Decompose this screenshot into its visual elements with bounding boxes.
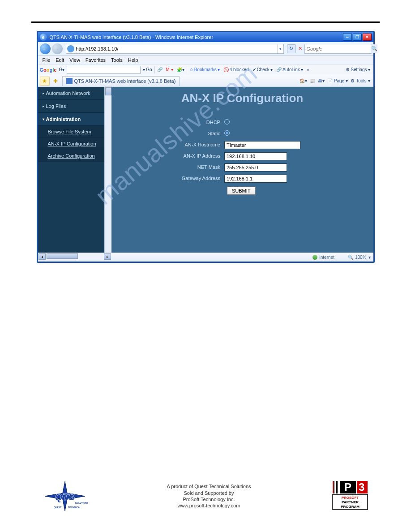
close-button[interactable]: ✕ — [363, 34, 372, 41]
google-search-input[interactable] — [67, 66, 141, 74]
scroll-right-button[interactable]: ▸ — [104, 253, 111, 260]
google-link-icon[interactable]: 🔗 — [156, 66, 164, 74]
google-tool-icon[interactable]: 🧩▾ — [176, 66, 186, 74]
google-g-dropdown[interactable]: G▾ — [57, 66, 66, 74]
gmail-icon[interactable]: M ▾ — [165, 66, 175, 74]
internet-zone-icon — [313, 255, 317, 260]
footer-text-block: A product of Quest Technical Solutions S… — [167, 483, 251, 509]
sidebar-hscrollbar[interactable]: ◂ ▸ — [38, 253, 111, 260]
horizontal-rule — [31, 21, 380, 23]
google-toolbar: Google G▾ ▾ Go 🔗 M ▾ 🧩▾ ☆ Bookmarks▾ 🚫 4… — [38, 64, 373, 75]
menu-edit[interactable]: Edit — [53, 56, 67, 64]
static-label: Static: — [162, 131, 224, 136]
search-icon[interactable]: 🔍 — [371, 44, 377, 53]
ip-input[interactable] — [224, 152, 287, 160]
scroll-left-button[interactable]: ◂ — [39, 253, 46, 260]
feed-button[interactable]: 📰 — [308, 77, 317, 86]
dhcp-radio[interactable] — [224, 119, 230, 124]
chevron-down-icon: ▾ — [368, 255, 371, 260]
stop-button[interactable]: ✕ — [297, 46, 303, 51]
svg-rect-6 — [336, 481, 338, 493]
mask-label: NET Mask: — [162, 164, 224, 170]
hostname-input[interactable] — [224, 141, 300, 149]
scroll-up-button[interactable] — [105, 87, 111, 95]
main-panel: AN-X IP Configuration DHCP: Static: AN-X… — [111, 87, 373, 253]
home-button[interactable]: 🏠▾ — [298, 77, 308, 86]
page-menu[interactable]: 📄 Page ▾ — [326, 77, 349, 86]
google-go-button[interactable]: ▾ Go — [141, 66, 153, 74]
p3-logo-block: P 3 PROSOFT PARTNER PROGRAM — [328, 478, 371, 514]
url-input[interactable] — [75, 46, 277, 51]
tools-menu[interactable]: ⚙ Tools ▾ — [349, 77, 371, 86]
left-sidebar: ▸Automation Network ▸Log Files ▾Administ… — [38, 87, 104, 253]
sidebar-sub-browsefs[interactable]: Browse File System — [38, 126, 104, 138]
sidebar-sub-ipconfig[interactable]: AN-X IP Configuration — [38, 138, 104, 150]
tab-favicon — [66, 78, 73, 84]
print-button[interactable]: 🖶▾ — [317, 77, 326, 86]
menu-tools[interactable]: Tools — [108, 56, 125, 64]
menu-help[interactable]: Help — [125, 56, 141, 64]
favorites-bar: ★ ✚ QTS AN-X-TI-MAS web interface (v3.1.… — [38, 75, 373, 87]
ip-label: AN-X IP Address: — [162, 153, 224, 159]
chevron-right-icon: ▸ — [43, 91, 44, 95]
sidebar-item-logfiles[interactable]: ▸Log Files — [38, 100, 104, 113]
browser-tab[interactable]: QTS AN-X-TI-MAS web interface (v3.1.8 Be… — [62, 76, 180, 86]
gateway-input[interactable] — [224, 175, 287, 183]
sidebar-item-administration[interactable]: ▾Administration — [38, 113, 104, 126]
url-dropdown-icon[interactable]: ▾ — [277, 44, 283, 53]
svg-text:PROSOFT: PROSOFT — [342, 496, 359, 500]
back-button[interactable]: ← — [40, 43, 51, 54]
menu-file[interactable]: File — [40, 56, 53, 64]
menu-favorites[interactable]: Favorites — [83, 56, 108, 64]
check-button[interactable]: ✔ Check ▾ — [251, 66, 274, 74]
sidebar-vscrollbar[interactable] — [104, 87, 111, 253]
favorites-star-button[interactable]: ★ — [40, 77, 50, 86]
search-box[interactable]: 🔍 — [304, 44, 372, 54]
chevron-down-icon: ▾ — [43, 117, 44, 121]
svg-text:QUEST: QUEST — [54, 506, 61, 509]
google-logo: Google — [40, 67, 57, 73]
p3-logo: P 3 PROSOFT PARTNER PROGRAM — [328, 478, 371, 514]
address-bar[interactable]: ▾ — [66, 44, 284, 54]
sidebar-sub-archive[interactable]: Archive Configuration — [38, 150, 104, 162]
window-title: QTS AN-X-TI-MAS web interface (v3.1.8 Be… — [50, 34, 214, 40]
static-radio[interactable] — [224, 130, 230, 136]
chevron-right-icon: ▸ — [43, 104, 44, 108]
refresh-button[interactable]: ↻ — [287, 44, 296, 53]
minimize-button[interactable]: ━ — [343, 34, 352, 41]
popup-blocked[interactable]: 🚫 4 blocked — [222, 66, 250, 74]
add-favorite-button[interactable]: ✚ — [51, 77, 60, 86]
page-heading: AN-X IP Configuration — [111, 91, 373, 105]
nav-toolbar: ← → ▾ ↻ ✕ 🔍 — [38, 42, 373, 56]
zoom-control[interactable]: 🔍 100% ▾ — [348, 255, 371, 260]
svg-text:PARTNER: PARTNER — [342, 500, 359, 504]
svg-rect-7 — [333, 481, 334, 493]
bookmarks-button[interactable]: ☆ Bookmarks▾ — [188, 66, 221, 74]
security-zone: Internet — [313, 255, 334, 260]
footer-line-2: Sold and Supported by — [184, 490, 234, 496]
settings-button[interactable]: ⚙ Settings▾ — [344, 66, 371, 74]
autolink-button[interactable]: 🔗 AutoLink ▾ — [275, 66, 304, 74]
search-input[interactable] — [305, 46, 371, 51]
menu-bar: File Edit View Favorites Tools Help — [38, 56, 373, 64]
footer-line-1: A product of Quest Technical Solutions — [167, 483, 251, 489]
svg-text:TECHNICAL: TECHNICAL — [68, 506, 81, 509]
footer-line-4: www.prosoft-technology.com — [178, 502, 240, 509]
hscroll-thumb[interactable] — [47, 253, 78, 259]
more-button[interactable]: » — [305, 66, 311, 74]
page-footer: QTS QUEST TECHNICAL SOLUTIONS A product … — [0, 478, 411, 514]
sidebar-item-automation[interactable]: ▸Automation Network — [38, 87, 104, 100]
dhcp-label: DHCP: — [162, 120, 224, 125]
hostname-label: AN-X Hostname: — [162, 142, 224, 147]
ie-icon: e — [40, 34, 47, 41]
svg-text:P: P — [344, 481, 351, 493]
submit-button[interactable]: SUBMIT — [227, 187, 256, 195]
ip-config-form: DHCP: Static: AN-X Hostname: AN-X IP Add… — [162, 118, 323, 195]
maximize-button[interactable]: ❐ — [353, 34, 362, 41]
forward-button[interactable]: → — [52, 43, 63, 54]
svg-text:PROGRAM: PROGRAM — [341, 505, 360, 509]
svg-text:SOLUTIONS: SOLUTIONS — [75, 502, 89, 504]
mask-input[interactable] — [224, 163, 287, 172]
gateway-label: Gateway Address: — [162, 176, 224, 181]
menu-view[interactable]: View — [67, 56, 83, 64]
